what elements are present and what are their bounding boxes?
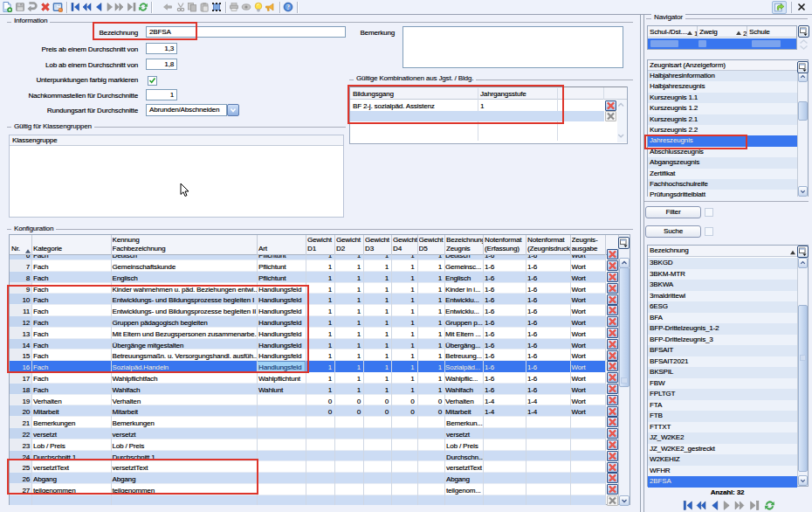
svg-text:?: ? — [286, 3, 290, 11]
